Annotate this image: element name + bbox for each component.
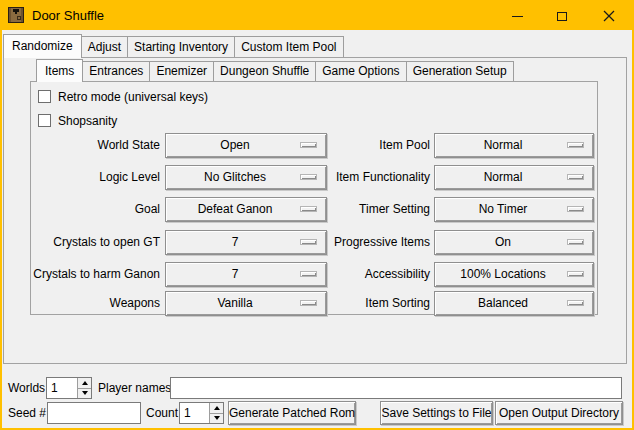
- timer-setting-label: Timer Setting: [281, 197, 430, 222]
- shopsanity-label: Shopsanity: [58, 114, 117, 128]
- door-shuffle-window: Door Shuffle Randomize Adjust Starting I…: [0, 0, 634, 430]
- item-functionality-label: Item Functionality: [281, 165, 430, 190]
- tab-generation-setup[interactable]: Generation Setup: [406, 61, 514, 81]
- dropdown-indicator-icon: [567, 300, 584, 306]
- setting-row: World State Open Item Pool Normal: [31, 133, 597, 158]
- item-pool-dropdown[interactable]: Normal: [434, 133, 594, 158]
- item-functionality-value: Normal: [439, 166, 567, 189]
- progressive-items-label: Progressive Items: [281, 230, 430, 255]
- door-icon: [8, 7, 24, 23]
- up-arrow-icon: [82, 381, 88, 385]
- shopsanity-checkbox[interactable]: [38, 114, 51, 127]
- maximize-icon: [557, 12, 567, 21]
- goal-label: Goal: [31, 197, 160, 222]
- open-output-directory-button[interactable]: Open Output Directory: [495, 401, 623, 425]
- minimize-button[interactable]: [500, 2, 534, 30]
- setting-row: Goal Defeat Ganon Timer Setting No Timer: [31, 197, 597, 222]
- close-button[interactable]: [592, 2, 626, 30]
- worlds-down-button[interactable]: [78, 388, 91, 399]
- down-arrow-icon: [214, 416, 220, 420]
- tab-entrances[interactable]: Entrances: [82, 61, 150, 81]
- worlds-spinner-buttons: [77, 378, 91, 398]
- item-pool-label: Item Pool: [281, 133, 430, 158]
- player-names-label: Player names: [98, 377, 171, 399]
- item-sorting-value: Balanced: [439, 292, 567, 315]
- player-names-input[interactable]: [170, 377, 622, 399]
- worlds-spinner: 1: [46, 377, 92, 399]
- retro-mode-checkbox[interactable]: [38, 90, 51, 103]
- item-pool-value: Normal: [439, 134, 567, 157]
- count-value[interactable]: 1: [180, 403, 209, 423]
- item-sorting-dropdown[interactable]: Balanced: [434, 291, 594, 316]
- inner-tab-bar: Items Entrances Enemizer Dungeon Shuffle…: [36, 58, 514, 81]
- count-spinner: 1: [179, 402, 224, 424]
- item-sorting-label: Item Sorting: [281, 291, 430, 316]
- retro-mode-row: Retro mode (universal keys): [38, 89, 208, 104]
- down-arrow-icon: [82, 391, 88, 395]
- seed-label: Seed #: [8, 402, 46, 424]
- dropdown-indicator-icon: [567, 206, 584, 212]
- maximize-button[interactable]: [545, 2, 579, 30]
- tab-randomize[interactable]: Randomize: [3, 34, 82, 58]
- up-arrow-icon: [214, 406, 220, 410]
- logic-level-label: Logic Level: [31, 165, 160, 190]
- tab-dungeon-shuffle[interactable]: Dungeon Shuffle: [213, 61, 316, 81]
- progressive-items-value: On: [439, 231, 567, 254]
- item-functionality-dropdown[interactable]: Normal: [434, 165, 594, 190]
- tab-enemizer[interactable]: Enemizer: [149, 61, 214, 81]
- timer-setting-dropdown[interactable]: No Timer: [434, 197, 594, 222]
- count-spinner-buttons: [209, 403, 223, 423]
- crystals-ganon-label: Crystals to harm Ganon: [31, 262, 160, 287]
- crystals-gt-label: Crystals to open GT: [31, 230, 160, 255]
- tab-game-options[interactable]: Game Options: [315, 61, 406, 81]
- accessibility-value: 100% Locations: [439, 263, 567, 286]
- items-pane: Retro mode (universal keys) Shopsanity W…: [30, 81, 598, 315]
- retro-mode-label: Retro mode (universal keys): [58, 90, 208, 104]
- worlds-value[interactable]: 1: [47, 378, 77, 398]
- accessibility-dropdown[interactable]: 100% Locations: [434, 262, 594, 287]
- setting-row: Logic Level No Glitches Item Functionali…: [31, 165, 597, 190]
- seed-input[interactable]: [47, 402, 141, 424]
- count-label: Count: [146, 402, 178, 424]
- dropdown-indicator-icon: [567, 174, 584, 180]
- outer-tab-bar: Randomize Adjust Starting Inventory Cust…: [3, 33, 344, 57]
- tab-adjust[interactable]: Adjust: [81, 36, 128, 57]
- tab-items[interactable]: Items: [36, 59, 83, 82]
- window-title: Door Shuffle: [32, 2, 104, 30]
- worlds-label: Worlds: [8, 377, 45, 399]
- tab-custom-item-pool[interactable]: Custom Item Pool: [234, 36, 343, 57]
- accessibility-label: Accessibility: [281, 262, 430, 287]
- progressive-items-dropdown[interactable]: On: [434, 230, 594, 255]
- worlds-up-button[interactable]: [78, 378, 91, 388]
- shopsanity-row: Shopsanity: [38, 113, 117, 128]
- count-down-button[interactable]: [210, 413, 223, 424]
- titlebar: Door Shuffle: [2, 2, 632, 30]
- count-up-button[interactable]: [210, 403, 223, 413]
- setting-row: Crystals to harm Ganon 7 Accessibility 1…: [31, 262, 597, 287]
- world-state-label: World State: [31, 133, 160, 158]
- close-icon: [603, 10, 615, 22]
- save-settings-button[interactable]: Save Settings to File: [380, 401, 493, 425]
- weapons-label: Weapons: [31, 291, 160, 316]
- dropdown-indicator-icon: [567, 142, 584, 148]
- tab-starting-inventory[interactable]: Starting Inventory: [127, 36, 235, 57]
- dropdown-indicator-icon: [567, 271, 584, 277]
- dropdown-indicator-icon: [567, 239, 584, 245]
- setting-row: Crystals to open GT 7 Progressive Items …: [31, 230, 597, 255]
- setting-row: Weapons Vanilla Item Sorting Balanced: [31, 291, 597, 316]
- minimize-icon: [512, 16, 523, 17]
- generate-patched-rom-button[interactable]: Generate Patched Rom: [228, 401, 356, 425]
- timer-setting-value: No Timer: [439, 198, 567, 221]
